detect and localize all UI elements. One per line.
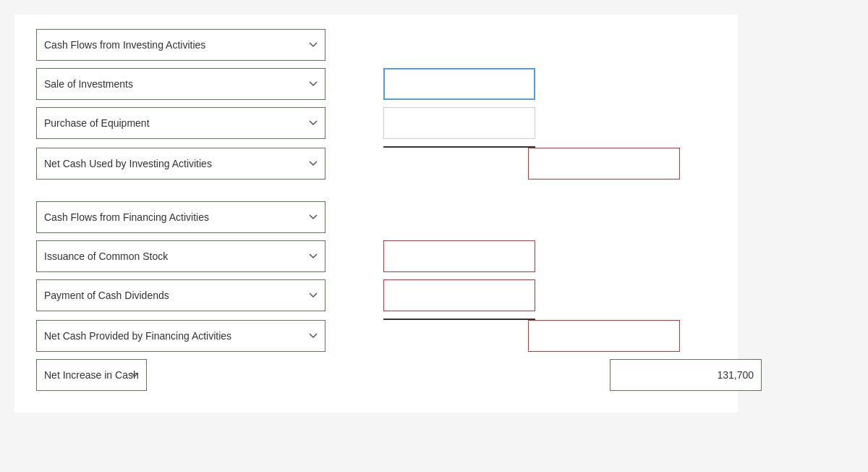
net-increase-cash-row: Net Increase in Cash	[36, 359, 716, 391]
cash-flows-investing-select[interactable]: Cash Flows from Investing Activities	[36, 29, 326, 61]
purchase-of-equipment-row: Purchase of Equipment	[36, 107, 716, 139]
issuance-common-stock-row: Issuance of Common Stock	[36, 240, 716, 272]
net-increase-cash-input[interactable]	[610, 359, 762, 391]
net-cash-used-investing-select[interactable]: Net Cash Used by Investing Activities	[36, 148, 326, 180]
spacer	[36, 187, 716, 201]
sale-of-investments-row: Sale of Investments	[36, 68, 716, 100]
payment-cash-dividends-select[interactable]: Payment of Cash Dividends	[36, 279, 326, 311]
sale-of-investments-select[interactable]: Sale of Investments	[36, 68, 326, 100]
cash-flows-financing-select[interactable]: Cash Flows from Financing Activities	[36, 201, 326, 233]
net-cash-provided-financing-input[interactable]	[528, 320, 680, 352]
net-cash-used-investing-input[interactable]	[528, 148, 680, 180]
purchase-of-equipment-input[interactable]	[383, 107, 535, 139]
cash-flows-financing-row: Cash Flows from Financing Activities	[36, 201, 716, 233]
payment-cash-dividends-input[interactable]	[383, 279, 535, 311]
net-cash-provided-financing-row: Net Cash Provided by Financing Activitie…	[36, 320, 716, 352]
purchase-of-equipment-select[interactable]: Purchase of Equipment	[36, 107, 326, 139]
net-cash-provided-financing-select[interactable]: Net Cash Provided by Financing Activitie…	[36, 320, 326, 352]
issuance-common-stock-input[interactable]	[383, 240, 535, 272]
net-increase-cash-select[interactable]: Net Increase in Cash	[36, 359, 147, 391]
main-container: Cash Flows from Investing Activities Sal…	[14, 14, 738, 413]
issuance-common-stock-select[interactable]: Issuance of Common Stock	[36, 240, 326, 272]
payment-cash-dividends-row: Payment of Cash Dividends	[36, 279, 716, 311]
net-cash-used-investing-row: Net Cash Used by Investing Activities	[36, 148, 716, 180]
cash-flows-investing-row: Cash Flows from Investing Activities	[36, 29, 716, 61]
sale-of-investments-input[interactable]	[383, 68, 535, 100]
